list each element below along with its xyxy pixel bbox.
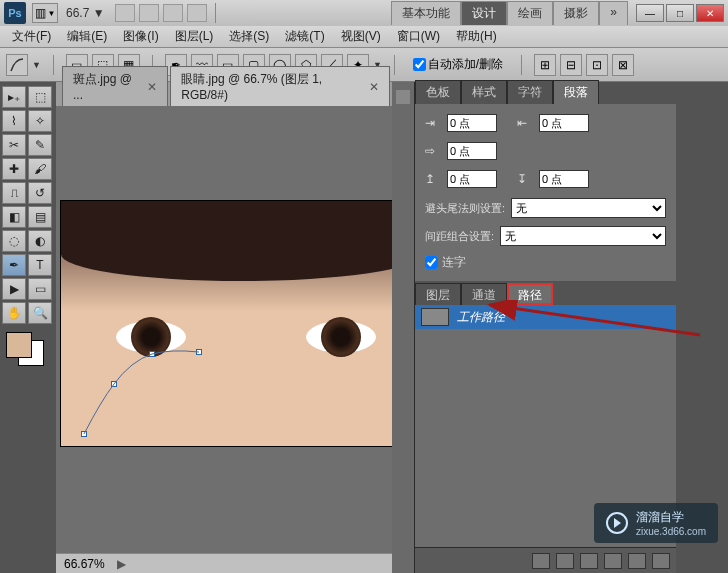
delete-path-icon[interactable] bbox=[652, 553, 670, 569]
spacing-select[interactable]: 无 bbox=[500, 226, 666, 246]
view-extras-icon[interactable] bbox=[115, 4, 135, 22]
make-workpath-icon[interactable] bbox=[604, 553, 622, 569]
avoid-select[interactable]: 无 bbox=[511, 198, 666, 218]
path-op-exclude-icon[interactable]: ⊠ bbox=[612, 54, 634, 76]
path-anchor[interactable] bbox=[81, 431, 87, 437]
menu-window[interactable]: 窗口(W) bbox=[391, 26, 446, 47]
pen-tool[interactable]: ✒ bbox=[2, 254, 26, 276]
path-anchor[interactable] bbox=[196, 349, 202, 355]
menu-view[interactable]: 视图(V) bbox=[335, 26, 387, 47]
panel-tabs: 图层 通道 路径 bbox=[415, 283, 676, 305]
zoom-tool[interactable]: 🔍 bbox=[28, 302, 52, 324]
indent-left-icon: ⇥ bbox=[425, 116, 443, 130]
status-arrow-icon[interactable]: ▶ bbox=[117, 557, 126, 571]
toolbox: ▸₊⬚ ⌇✧ ✂✎ ✚🖌 ⎍↺ ◧▤ ◌◐ ✒T ▶▭ ✋🔍 bbox=[0, 82, 56, 573]
foreground-color[interactable] bbox=[6, 332, 32, 358]
right-indent-input[interactable] bbox=[539, 114, 589, 132]
auto-add-delete-checkbox[interactable]: 自动添加/删除 bbox=[413, 56, 503, 73]
ligature-input[interactable] bbox=[425, 256, 438, 269]
history-brush-tool[interactable]: ↺ bbox=[28, 182, 52, 204]
stroke-path-icon[interactable] bbox=[556, 553, 574, 569]
heal-tool[interactable]: ✚ bbox=[2, 158, 26, 180]
dodge-tool[interactable]: ◐ bbox=[28, 230, 52, 252]
fill-path-icon[interactable] bbox=[532, 553, 550, 569]
path-op-intersect-icon[interactable]: ⊡ bbox=[586, 54, 608, 76]
stamp-tool[interactable]: ⎍ bbox=[2, 182, 26, 204]
menu-layer[interactable]: 图层(L) bbox=[169, 26, 220, 47]
eraser-tool[interactable]: ◧ bbox=[2, 206, 26, 228]
menu-filter[interactable]: 滤镜(T) bbox=[279, 26, 330, 47]
tab-swatches[interactable]: 色板 bbox=[415, 80, 461, 104]
workspace-tab-design[interactable]: 设计 bbox=[461, 1, 507, 25]
separator bbox=[521, 55, 522, 75]
path-op-add-icon[interactable]: ⊞ bbox=[534, 54, 556, 76]
shape-tool[interactable]: ▭ bbox=[28, 278, 52, 300]
menu-edit[interactable]: 编辑(E) bbox=[61, 26, 113, 47]
path-anchor[interactable] bbox=[111, 381, 117, 387]
status-bar: 66.67% ▶ bbox=[56, 553, 392, 573]
marquee-tool[interactable]: ⬚ bbox=[28, 86, 52, 108]
zoom-value[interactable]: 66.67% bbox=[64, 557, 105, 571]
path-select-tool[interactable]: ▶ bbox=[2, 278, 26, 300]
menu-image[interactable]: 图像(I) bbox=[117, 26, 164, 47]
blur-tool[interactable]: ◌ bbox=[2, 230, 26, 252]
ligature-checkbox[interactable]: 连字 bbox=[425, 254, 666, 271]
tab-layers[interactable]: 图层 bbox=[415, 283, 461, 305]
load-selection-icon[interactable] bbox=[580, 553, 598, 569]
maximize-button[interactable]: □ bbox=[666, 4, 694, 22]
canvas-viewport[interactable] bbox=[56, 106, 392, 553]
crop-tool[interactable]: ✂ bbox=[2, 134, 26, 156]
minimize-button[interactable]: — bbox=[636, 4, 664, 22]
document-tab-label: 斑点.jpg @ ... bbox=[73, 71, 141, 102]
panels-area: 色板 样式 字符 段落 ⇥ ⇤ ⇨ ↥ ↧ bbox=[414, 82, 676, 573]
auto-add-delete-input[interactable] bbox=[413, 58, 426, 71]
move-tool[interactable]: ▸₊ bbox=[2, 86, 26, 108]
space-before-input[interactable] bbox=[447, 170, 497, 188]
zoom-indicator[interactable]: 66.7 ▼ bbox=[66, 6, 105, 20]
path-item[interactable]: 工作路径 bbox=[415, 305, 676, 329]
workspace-tab-essentials[interactable]: 基本功能 bbox=[391, 1, 461, 25]
hand-tool[interactable]: ✋ bbox=[2, 302, 26, 324]
tab-styles[interactable]: 样式 bbox=[461, 80, 507, 104]
tool-preset-icon[interactable] bbox=[6, 54, 28, 76]
workspace-tab-photography[interactable]: 摄影 bbox=[553, 1, 599, 25]
tab-character[interactable]: 字符 bbox=[507, 80, 553, 104]
tab-paths[interactable]: 路径 bbox=[507, 283, 553, 305]
workspace-more[interactable]: » bbox=[599, 1, 628, 25]
brush-tool[interactable]: 🖌 bbox=[28, 158, 52, 180]
avoid-label: 避头尾法则设置: bbox=[425, 201, 505, 216]
paragraph-panel-group: 色板 样式 字符 段落 ⇥ ⇤ ⇨ ↥ ↧ bbox=[415, 82, 676, 281]
document-tab-0[interactable]: 斑点.jpg @ ... ✕ bbox=[62, 66, 168, 106]
path-anchor[interactable] bbox=[149, 351, 155, 357]
screen-mode-icon[interactable] bbox=[187, 4, 207, 22]
play-icon bbox=[606, 512, 628, 534]
close-icon[interactable]: ✕ bbox=[147, 80, 157, 94]
paragraph-panel-body: ⇥ ⇤ ⇨ ↥ ↧ 避头尾法则设置: 无 间距组合设置: bbox=[415, 104, 676, 281]
close-icon[interactable]: ✕ bbox=[369, 80, 379, 94]
new-path-icon[interactable] bbox=[628, 553, 646, 569]
close-button[interactable]: ✕ bbox=[696, 4, 724, 22]
color-swatch[interactable] bbox=[6, 332, 44, 366]
eyedropper-tool[interactable]: ✎ bbox=[28, 134, 52, 156]
view-grid-icon[interactable] bbox=[163, 4, 183, 22]
document-tab-1[interactable]: 眼睛.jpg @ 66.7% (图层 1, RGB/8#) ✕ bbox=[170, 66, 390, 106]
first-line-input[interactable] bbox=[447, 142, 497, 160]
bridge-dropdown[interactable]: ▥▼ bbox=[32, 3, 58, 23]
menu-select[interactable]: 选择(S) bbox=[223, 26, 275, 47]
workspace-tab-painting[interactable]: 绘画 bbox=[507, 1, 553, 25]
view-guides-icon[interactable] bbox=[139, 4, 159, 22]
lasso-tool[interactable]: ⌇ bbox=[2, 110, 26, 132]
space-after-input[interactable] bbox=[539, 170, 589, 188]
type-tool[interactable]: T bbox=[28, 254, 52, 276]
panel-dock-strip[interactable] bbox=[392, 82, 414, 573]
space-after-icon: ↧ bbox=[517, 172, 535, 186]
path-op-subtract-icon[interactable]: ⊟ bbox=[560, 54, 582, 76]
menu-file[interactable]: 文件(F) bbox=[6, 26, 57, 47]
collapsed-panel-icon[interactable] bbox=[396, 90, 410, 104]
tab-channels[interactable]: 通道 bbox=[461, 283, 507, 305]
quick-select-tool[interactable]: ✧ bbox=[28, 110, 52, 132]
gradient-tool[interactable]: ▤ bbox=[28, 206, 52, 228]
menu-help[interactable]: 帮助(H) bbox=[450, 26, 503, 47]
left-indent-input[interactable] bbox=[447, 114, 497, 132]
tab-paragraph[interactable]: 段落 bbox=[553, 80, 599, 104]
